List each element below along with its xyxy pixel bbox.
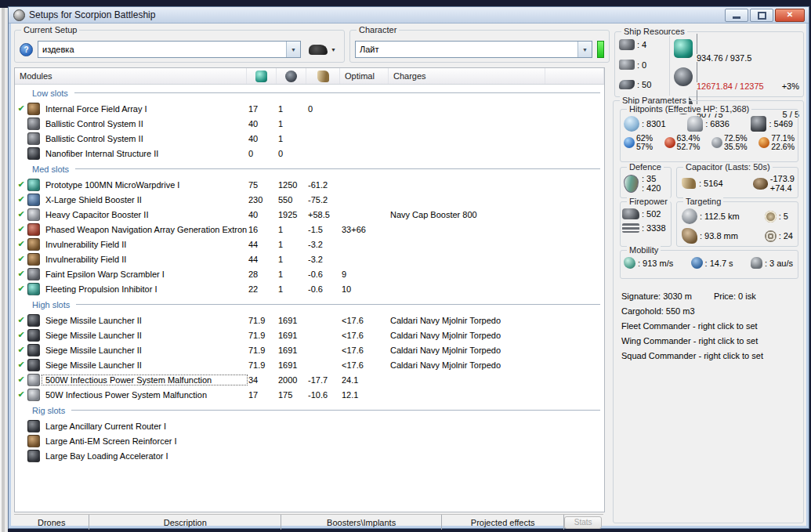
module-row[interactable]: Large Ancillary Current Router I — [15, 418, 604, 433]
module-cpu: 230 — [247, 195, 277, 204]
module-cpu: 34 — [247, 375, 277, 385]
section-header-high-slots: High slots — [15, 296, 604, 313]
module-name: Ballistic Control System II — [42, 119, 247, 128]
character-combobox[interactable]: Лайт ▼ — [355, 41, 592, 58]
module-optimal: 10 — [340, 284, 389, 294]
module-row[interactable]: ✔ 50W Infectious Power System Malfunctio… — [15, 387, 604, 402]
explosive-resist-icon — [759, 137, 769, 148]
turret-dps-value: : 502 — [642, 209, 661, 219]
module-cap: -0.6 — [306, 270, 340, 279]
thermal-resist-icon — [664, 137, 675, 148]
turret-hardpoints-value: : 4 — [637, 40, 646, 49]
module-icon — [27, 132, 40, 145]
ship-info-block: Signature: 3030 m Price: 0 isk Cargohold… — [621, 289, 798, 364]
capacitor-delta-icon — [753, 178, 768, 190]
cpu-icon — [255, 71, 267, 82]
module-row[interactable]: ✔ Siege Missile Launcher II 71.9 1691 <1… — [15, 313, 604, 328]
module-row[interactable]: Nanofiber Internal Structure II 0 0 — [15, 146, 604, 161]
chevron-down-icon[interactable]: ▼ — [286, 42, 300, 57]
rig-slot-icon — [619, 80, 635, 89]
squad-commander-slot[interactable]: Squad Commander - right click to set — [621, 349, 798, 364]
ship-menu-button[interactable]: ▼ — [306, 45, 339, 55]
active-check-icon[interactable]: ✔ — [15, 239, 27, 249]
powergrid-icon — [285, 71, 297, 82]
close-button[interactable] — [775, 9, 805, 22]
module-row[interactable]: ✔ Phased Weapon Navigation Array Generat… — [15, 222, 604, 237]
tab-boosters-implants[interactable]: Boosters\Implants — [281, 515, 442, 530]
module-row[interactable]: Ballistic Control System II 40 1 — [15, 116, 604, 131]
current-setup-label: Current Setup — [21, 25, 79, 34]
active-check-icon[interactable]: ✔ — [15, 269, 27, 279]
active-check-icon[interactable]: ✔ — [15, 179, 27, 190]
cargohold-value: Cargohold: 550 m3 — [621, 304, 798, 319]
module-row[interactable]: ✔ Fleeting Propulsion Inhibitor I 22 1 -… — [15, 281, 604, 296]
structure-hp-icon — [751, 116, 766, 132]
help-icon[interactable]: ? — [20, 43, 33, 56]
module-cpu: 17 — [247, 390, 277, 400]
active-check-icon[interactable]: ✔ — [15, 224, 27, 234]
module-name: 500W Infectious Power System Malfunction — [42, 375, 247, 385]
capacitor-battery-icon — [682, 178, 696, 189]
character-groupbox: Character Лайт ▼ — [349, 30, 610, 63]
module-row selected-module-row[interactable]: ✔ 500W Infectious Power System Malfuncti… — [15, 372, 604, 387]
module-pg: 1 — [277, 284, 306, 294]
window-titlebar[interactable]: Setups for Scorpion Battleship — [9, 7, 809, 24]
active-check-icon[interactable]: ✔ — [15, 103, 27, 114]
active-check-icon[interactable]: ✔ — [15, 375, 27, 385]
setup-combobox[interactable]: издевка ▼ — [38, 41, 301, 58]
module-row[interactable]: ✔ Faint Epsilon Warp Scrambler I 28 1 -0… — [15, 266, 604, 281]
module-row[interactable]: ✔ Heavy Capacitor Booster II 40 1925 +58… — [15, 207, 604, 222]
module-cpu: 28 — [247, 270, 277, 279]
module-name: Siege Missile Launcher II — [42, 346, 247, 355]
module-cpu: 40 — [247, 119, 277, 128]
module-row[interactable]: ✔ X-Large Shield Booster II 230 550 -75.… — [15, 192, 604, 207]
active-check-icon[interactable]: ✔ — [15, 330, 27, 340]
bottom-tab-bar: Drones Description Boosters\Implants Pro… — [14, 514, 603, 530]
module-row[interactable]: Large Bay Loading Accelerator I — [15, 448, 604, 463]
maximize-button[interactable] — [750, 9, 773, 22]
module-name: Phased Weapon Navigation Array Generatio… — [42, 225, 247, 234]
tab-description[interactable]: Description — [89, 515, 281, 530]
active-check-icon[interactable]: ✔ — [15, 284, 27, 294]
wing-commander-slot[interactable]: Wing Commander - right click to set — [621, 334, 798, 349]
ship-parameters-groupbox: Ship Parameters Hitpoints (Effective HP:… — [613, 100, 804, 523]
modules-table-header: Modules Optimal Charges — [15, 68, 604, 85]
active-check-icon[interactable]: ✔ — [15, 315, 27, 325]
active-check-icon[interactable]: ✔ — [15, 209, 27, 219]
module-name: Large Anti-EM Screen Reinforcer I — [42, 436, 247, 446]
active-check-icon[interactable]: ✔ — [15, 194, 27, 204]
minimize-button[interactable] — [725, 9, 748, 22]
module-icon — [27, 223, 40, 236]
fleet-commander-slot[interactable]: Fleet Commander - right click to set — [621, 319, 798, 334]
module-row[interactable]: ✔ Internal Force Field Array I 17 1 0 — [15, 101, 604, 116]
tab-projected-effects[interactable]: Projected effects — [442, 515, 564, 530]
module-row[interactable]: ✔ Invulnerability Field II 44 1 -3.2 — [15, 252, 604, 266]
mobility-title: Mobility — [627, 245, 661, 255]
capacitor-drain: -173.9 — [770, 174, 795, 183]
tab-drones[interactable]: Drones — [14, 515, 89, 530]
module-name: Large Ancillary Current Router I — [42, 422, 247, 431]
module-row[interactable]: Ballistic Control System II 40 1 — [15, 131, 604, 146]
module-cap: -75.2 — [306, 195, 340, 204]
module-row[interactable]: ✔ Siege Missile Launcher II 71.9 1691 <1… — [15, 342, 604, 357]
sensor-strength-value: : 24 — [779, 231, 793, 241]
stats-button[interactable]: Stats — [564, 516, 602, 529]
chevron-down-icon[interactable]: ▼ — [577, 42, 592, 57]
defence-groupbox: Defence : 35: 420 — [620, 167, 672, 198]
module-row[interactable]: ✔ Siege Missile Launcher II 71.9 1691 <1… — [15, 328, 604, 342]
hitpoints-title: Hitpoints (Effective HP: 51,368) — [627, 104, 751, 114]
active-check-icon[interactable]: ✔ — [15, 254, 27, 264]
cpu-icon — [674, 39, 693, 58]
module-row[interactable]: Large Anti-EM Screen Reinforcer I — [15, 433, 604, 448]
desktop-background: Setups for Scorpion Battleship Current S… — [0, 0, 811, 532]
em-armor-resist: 57% — [636, 143, 653, 151]
cpu-bar — [697, 34, 697, 54]
active-check-icon[interactable]: ✔ — [15, 360, 27, 370]
module-row[interactable]: ✔ Siege Missile Launcher II 71.9 1691 <1… — [15, 357, 604, 372]
module-row[interactable]: ✔ Invulnerability Field II 44 1 -3.2 — [15, 237, 604, 252]
module-pg: 1 — [277, 255, 306, 264]
active-check-icon[interactable]: ✔ — [15, 345, 27, 355]
active-check-icon[interactable]: ✔ — [15, 389, 27, 400]
mobility-groupbox: Mobility : 913 m/s : 14.7 s : 3 au/s — [620, 250, 798, 279]
module-row[interactable]: ✔ Prototype 100MN MicroWarpdrive I 75 12… — [15, 177, 604, 192]
